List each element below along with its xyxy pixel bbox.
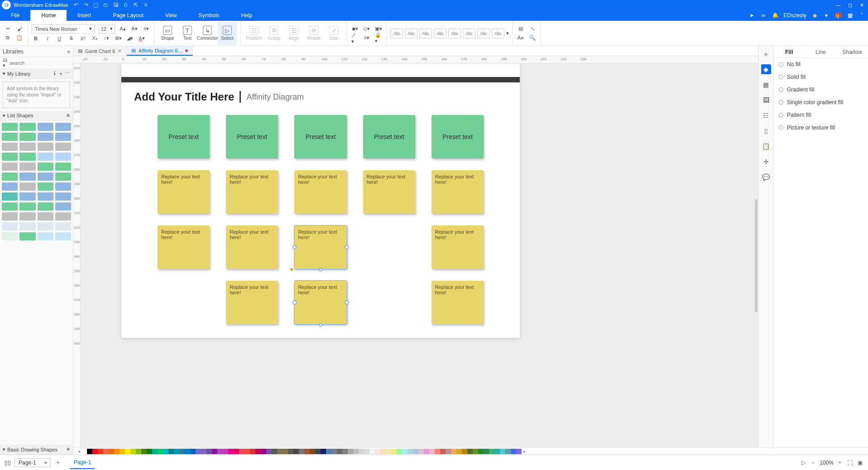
diamond-icon[interactable]: ◆: [811, 12, 818, 19]
bell-icon[interactable]: 🔔: [772, 12, 779, 19]
color-swatch[interactable]: [435, 449, 440, 454]
color-swatch[interactable]: [163, 449, 168, 454]
shape-tool[interactable]: ▭Shape: [158, 22, 177, 45]
shape-thumb[interactable]: [2, 133, 18, 141]
rotate-button[interactable]: ⟳Rotate: [304, 22, 323, 45]
color-swatch[interactable]: [500, 449, 505, 454]
highlight-icon[interactable]: ◢▾: [126, 34, 134, 43]
shape-thumb[interactable]: [55, 212, 71, 221]
color-swatch[interactable]: [467, 449, 473, 454]
note-card[interactable]: Replace your text here!: [226, 170, 278, 214]
print-icon[interactable]: ⎙: [123, 2, 129, 8]
fill-option-solid[interactable]: Solid fill: [773, 71, 868, 83]
preset-card[interactable]: Preset text: [363, 115, 415, 158]
comment-icon[interactable]: 💬: [761, 172, 771, 182]
close-icon[interactable]: ✕: [858, 2, 865, 8]
color-swatch[interactable]: [185, 449, 190, 454]
add-page-button[interactable]: ＋: [54, 459, 62, 467]
shape-thumb[interactable]: [55, 192, 71, 201]
menu-home[interactable]: Home: [30, 10, 67, 21]
shape-thumb[interactable]: [2, 182, 18, 191]
menu-insert[interactable]: Insert: [67, 10, 102, 21]
underline-icon[interactable]: U: [55, 34, 63, 43]
color-swatch[interactable]: [152, 449, 158, 454]
position-button[interactable]: ☷Position: [245, 22, 264, 45]
zoom-out-icon[interactable]: −: [810, 460, 817, 466]
user-name[interactable]: EDszeoly: [783, 12, 806, 19]
note-card[interactable]: Replace your text here!: [432, 225, 484, 269]
shape-thumb[interactable]: [2, 192, 18, 201]
color-swatch[interactable]: [109, 449, 114, 454]
shape-thumb[interactable]: [19, 222, 35, 230]
color-swatch[interactable]: [92, 449, 98, 454]
note-card[interactable]: Replace your text here!: [432, 281, 484, 324]
color-swatch[interactable]: [446, 449, 451, 454]
basic-shapes-header[interactable]: ▾ Basic Drawing Shapes ✕: [0, 445, 73, 455]
style-swatch[interactable]: Abc: [463, 29, 475, 38]
color-swatch[interactable]: [473, 449, 478, 454]
caret-down-icon[interactable]: ▾: [823, 12, 830, 19]
grid-icon[interactable]: ▦: [846, 12, 854, 19]
minimize-icon[interactable]: —: [834, 2, 842, 8]
color-swatch[interactable]: [223, 449, 228, 454]
shape-thumb[interactable]: [19, 123, 35, 131]
list-shapes-header[interactable]: ▾ List Shapes ✕: [0, 111, 73, 121]
expand-panel-icon[interactable]: »: [761, 49, 771, 59]
color-swatch[interactable]: [293, 449, 299, 454]
font-family-select[interactable]: Times New Roman▾: [32, 24, 95, 34]
note-card[interactable]: Replace your text here!: [294, 170, 346, 214]
note-card[interactable]: Replace your text here!: [226, 225, 278, 269]
color-swatch[interactable]: [462, 449, 467, 454]
color-swatch[interactable]: [408, 449, 413, 454]
line-color-icon[interactable]: ◇▾: [363, 25, 371, 33]
page-select[interactable]: Page-1: [14, 458, 50, 467]
shape-thumb[interactable]: [38, 123, 53, 131]
shape-thumb[interactable]: [19, 143, 35, 151]
color-swatch[interactable]: [353, 449, 359, 454]
theme-icon[interactable]: ◆: [761, 64, 771, 74]
paste-icon[interactable]: 📋: [15, 34, 24, 42]
menu-symbols[interactable]: Symbols: [188, 10, 230, 21]
line-weight-icon[interactable]: ≡▾: [363, 34, 371, 42]
color-swatch[interactable]: [429, 449, 435, 454]
color-swatch[interactable]: [511, 449, 516, 454]
color-swatch[interactable]: [174, 449, 179, 454]
send-icon[interactable]: ➤: [748, 12, 755, 19]
color-swatch[interactable]: [141, 449, 147, 454]
color-swatch[interactable]: [397, 449, 402, 454]
shape-thumb[interactable]: [38, 182, 53, 191]
align-button[interactable]: ☰Align: [284, 22, 303, 45]
import-icon[interactable]: ⤓: [53, 70, 57, 77]
shape-thumb[interactable]: [55, 173, 71, 181]
copy-icon[interactable]: ⧉: [4, 34, 12, 42]
scrollbar-thumb[interactable]: [755, 199, 758, 312]
color-swatch[interactable]: [337, 449, 342, 454]
color-swatch[interactable]: [98, 449, 103, 454]
style-swatch[interactable]: Abc: [419, 29, 432, 38]
text-tool[interactable]: TText: [178, 22, 197, 45]
color-swatch[interactable]: [375, 449, 380, 454]
color-swatch[interactable]: [217, 449, 223, 454]
subscript-icon[interactable]: X₂: [91, 34, 99, 43]
color-swatch[interactable]: [359, 449, 364, 454]
undo-icon[interactable]: ↶: [73, 2, 79, 8]
note-card[interactable]: Replace your text here!: [363, 170, 415, 214]
styles-more-icon[interactable]: ▾: [506, 30, 509, 36]
bullets-icon[interactable]: ≣▾: [114, 34, 122, 43]
color-swatch[interactable]: [136, 449, 141, 454]
search-input[interactable]: [10, 60, 72, 66]
vertical-scrollbar[interactable]: [754, 63, 758, 442]
colorbar-left-icon[interactable]: ◂: [76, 449, 82, 454]
color-swatch[interactable]: [288, 449, 293, 454]
shape-thumb[interactable]: [55, 232, 71, 240]
color-swatch[interactable]: [505, 449, 511, 454]
line-spacing-icon[interactable]: ↕▾: [102, 34, 110, 43]
shape-thumb[interactable]: [19, 163, 35, 171]
menu-page-layout[interactable]: Page Layout: [102, 10, 154, 21]
doc-tab-affinity[interactable]: ▤ Affinity Diagram E...: [127, 46, 193, 56]
color-swatch[interactable]: [245, 449, 250, 454]
color-swatch[interactable]: [125, 449, 130, 454]
decrease-font-icon[interactable]: A▾: [130, 25, 139, 33]
tab-line[interactable]: Line: [805, 46, 837, 58]
share-icon[interactable]: ∞: [760, 12, 767, 19]
